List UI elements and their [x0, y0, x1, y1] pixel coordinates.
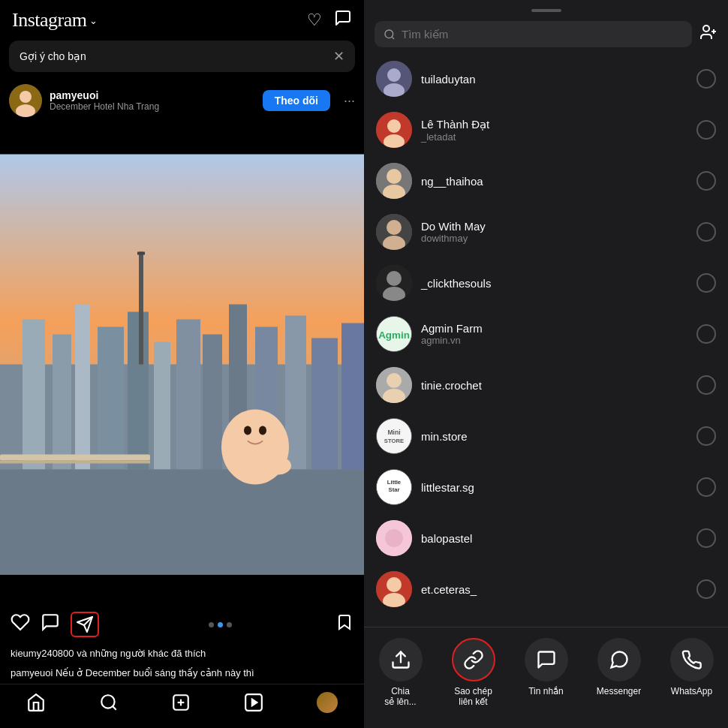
- share-message-item[interactable]: Tin nhắn: [516, 638, 576, 696]
- logo-area: Instagram ⌄: [12, 9, 98, 32]
- share-copy-link-item[interactable]: Sao chépliên kết: [444, 638, 504, 707]
- nav-profile-icon[interactable]: [317, 692, 338, 713]
- svg-point-46: [387, 68, 401, 82]
- svg-marker-39: [252, 699, 257, 706]
- slide-dots: [209, 622, 232, 627]
- left-panel: Instagram ⌄ ♡ Gợi ý cho bạn ✕ pamyeuoi: [0, 0, 364, 728]
- select-radio[interactable]: [696, 324, 716, 344]
- nav-home-icon[interactable]: [26, 693, 46, 712]
- svg-rect-21: [0, 455, 150, 461]
- logo-chevron-icon[interactable]: ⌄: [89, 15, 98, 26]
- search-input[interactable]: [375, 21, 692, 47]
- svg-point-74: [387, 577, 402, 592]
- follow-button[interactable]: Theo dõi: [263, 90, 330, 111]
- likes-row: kieumy240800 và những người khác đã thíc…: [0, 643, 364, 664]
- contact-info: min.store: [421, 430, 687, 443]
- post-image: [0, 123, 364, 606]
- nav-add-icon[interactable]: [171, 693, 191, 712]
- svg-rect-30: [282, 456, 287, 467]
- share-upload-label: Chiasẻ lên...: [384, 686, 416, 707]
- messenger-icon[interactable]: [334, 9, 352, 32]
- svg-point-49: [387, 119, 401, 133]
- dot-2: [218, 622, 223, 627]
- list-item[interactable]: et.ceteras_: [364, 564, 728, 615]
- username-text: pamyeuoi: [50, 89, 255, 101]
- right-panel: tuiladuytan Lê Thành Đạt _letadat: [364, 0, 728, 728]
- svg-rect-17: [341, 323, 364, 470]
- heart-icon[interactable]: ♡: [307, 11, 322, 30]
- select-radio[interactable]: [696, 120, 716, 140]
- list-item[interactable]: ng__thaihoa: [364, 155, 728, 206]
- contact-name: min.store: [421, 430, 687, 443]
- contact-info: Lê Thành Đạt _letadat: [421, 118, 687, 143]
- drag-handle[interactable]: [531, 9, 561, 12]
- contact-avatar: Mini STORE: [376, 418, 412, 454]
- svg-rect-5: [23, 320, 45, 470]
- contact-avatar: [376, 367, 412, 403]
- share-whatsapp-item[interactable]: WhatsApp: [662, 638, 722, 696]
- instagram-header: Instagram ⌄ ♡: [0, 0, 364, 38]
- contact-name: Do With May: [421, 220, 687, 233]
- user-info: pamyeuoi December Hotel Nha Trang: [50, 89, 255, 112]
- svg-rect-19: [137, 252, 145, 255]
- suggestion-text: Gợi ý cho bạn: [20, 50, 86, 62]
- like-icon[interactable]: [11, 612, 30, 636]
- search-container: [364, 17, 728, 53]
- select-radio[interactable]: [696, 273, 716, 293]
- svg-point-42: [703, 26, 709, 32]
- likes-text: kieumy240800 và những người khác đã thíc…: [11, 648, 206, 659]
- select-radio[interactable]: [696, 477, 716, 497]
- share-messenger-item[interactable]: Messenger: [589, 638, 649, 696]
- list-item[interactable]: Do With May dowithmay: [364, 206, 728, 257]
- contact-username: agmin.vn: [421, 335, 687, 346]
- svg-rect-11: [176, 320, 200, 470]
- contact-avatar: [376, 265, 412, 301]
- svg-text:STORE: STORE: [384, 438, 404, 444]
- list-item[interactable]: balopastel: [364, 513, 728, 564]
- contact-avatar: [376, 112, 412, 148]
- share-copy-link-label: Sao chépliên kết: [454, 686, 492, 707]
- contact-avatar: [376, 214, 412, 250]
- send-button[interactable]: [71, 612, 99, 637]
- select-radio[interactable]: [696, 375, 716, 395]
- search-icon: [384, 29, 396, 41]
- share-upload-item[interactable]: Chiasẻ lên...: [371, 638, 431, 707]
- nav-search-icon[interactable]: [99, 693, 119, 712]
- contact-avatar: Little Star: [376, 469, 412, 505]
- svg-point-25: [244, 426, 251, 435]
- share-upload-icon: [379, 638, 423, 681]
- svg-point-26: [259, 426, 266, 435]
- add-user-icon[interactable]: [699, 23, 717, 46]
- list-item[interactable]: _clickthesouls: [364, 257, 728, 308]
- more-icon[interactable]: ···: [344, 93, 355, 109]
- contacts-list: tuiladuytan Lê Thành Đạt _letadat: [364, 53, 728, 627]
- list-item[interactable]: tinie.crochet: [364, 359, 728, 411]
- list-item[interactable]: Agmin Agmin Farm agmin.vn: [364, 308, 728, 359]
- suggestion-close-icon[interactable]: ✕: [333, 48, 344, 65]
- select-radio[interactable]: [696, 579, 716, 599]
- list-item[interactable]: Lê Thành Đạt _letadat: [364, 104, 728, 155]
- list-item[interactable]: Mini STORE min.store: [364, 411, 728, 462]
- user-suggestion: pamyeuoi December Hotel Nha Trang Theo d…: [0, 78, 364, 123]
- header-icons: ♡: [307, 9, 352, 32]
- list-item[interactable]: Little Star littlestar.sg: [364, 462, 728, 513]
- select-radio[interactable]: [696, 171, 716, 191]
- svg-point-55: [387, 220, 402, 235]
- svg-rect-28: [270, 457, 275, 468]
- select-radio[interactable]: [696, 528, 716, 548]
- svg-rect-12: [203, 335, 222, 470]
- select-radio[interactable]: [696, 222, 716, 242]
- svg-rect-22: [0, 461, 150, 464]
- user-avatar: [9, 84, 42, 117]
- list-item[interactable]: tuiladuytan: [364, 53, 728, 104]
- svg-point-1: [20, 91, 32, 103]
- contact-name: Lê Thành Đạt: [421, 118, 687, 131]
- select-radio[interactable]: [696, 69, 716, 89]
- caption-text: pamyeuoi Nếu ở December buổi sáng thấy c…: [11, 667, 254, 678]
- nav-reels-icon[interactable]: [244, 693, 263, 712]
- select-radio[interactable]: [696, 426, 716, 446]
- dot-1: [209, 622, 214, 627]
- bookmark-icon[interactable]: [335, 613, 353, 636]
- comment-icon[interactable]: [41, 612, 60, 636]
- svg-rect-20: [0, 470, 364, 575]
